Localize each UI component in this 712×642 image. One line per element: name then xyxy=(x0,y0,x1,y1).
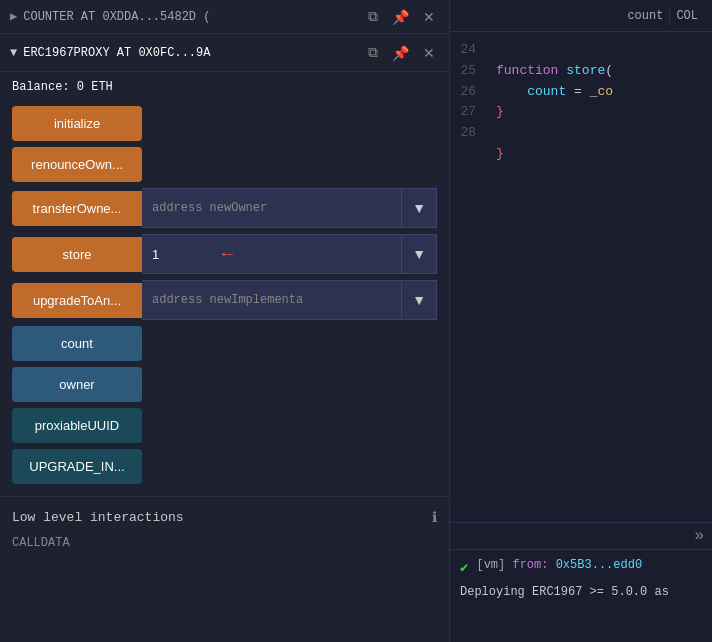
store-input-area: ← xyxy=(142,234,402,274)
log-row-2: Deploying ERC1967 >= 5.0.0 as xyxy=(460,583,702,602)
console-area: » ✔ [vm] from: 0x5B3...edd0 Deploying ER… xyxy=(450,522,712,642)
transfer-row: transferOwne... address newOwner ▼ xyxy=(12,188,437,228)
store-dropdown-button[interactable]: ▼ xyxy=(402,234,437,274)
editor-topbar: count COL xyxy=(450,0,712,32)
renounce-button[interactable]: renounceOwn... xyxy=(12,147,142,182)
log-row-1: ✔ [vm] from: 0x5B3...edd0 xyxy=(460,556,702,579)
line-numbers: 24 25 26 27 28 xyxy=(450,32,486,522)
balance-label: Balance: xyxy=(12,80,70,94)
upgrade-dropdown-button[interactable]: ▼ xyxy=(402,280,437,320)
proxiable-row: proxiableUUID xyxy=(12,408,437,443)
counter-contract-label: COUNTER AT 0XDDA...5482D ( xyxy=(23,10,358,24)
transfer-address-input[interactable]: address newOwner xyxy=(142,188,402,228)
store-arrow-icon: ← xyxy=(222,244,233,264)
transfer-address-placeholder: address newOwner xyxy=(152,201,267,215)
proxiable-button[interactable]: proxiableUUID xyxy=(12,408,142,443)
info-icon[interactable]: ℹ xyxy=(432,509,437,526)
store-row: store ← ▼ xyxy=(12,234,437,274)
code-area: 24 25 26 27 28 function store( count = _… xyxy=(450,32,712,522)
owner-button[interactable]: owner xyxy=(12,367,142,402)
success-icon: ✔ xyxy=(460,557,468,579)
low-level-title: Low level interactions xyxy=(12,510,184,525)
console-log: ✔ [vm] from: 0x5B3...edd0 Deploying ERC1… xyxy=(450,550,712,642)
counter-copy-button[interactable]: ⧉ xyxy=(364,6,382,27)
proxy-close-button[interactable]: ✕ xyxy=(419,43,439,63)
upgrade-in-row: UPGRADE_IN... xyxy=(12,449,437,484)
upgrade-address-input[interactable]: address newImplementa xyxy=(142,280,402,320)
proxy-pin-button[interactable]: 📌 xyxy=(388,43,413,63)
line-num-26: 26 xyxy=(456,82,476,103)
code-content[interactable]: function store( count = _co } } xyxy=(486,32,712,522)
from-label: from: xyxy=(512,558,548,572)
line-num-27: 27 xyxy=(456,102,476,123)
low-level-header: Low level interactions ℹ xyxy=(0,496,449,532)
upgrade-row: upgradeToAn... address newImplementa ▼ xyxy=(12,280,437,320)
count-row: count xyxy=(12,326,437,361)
vm-label: [vm] xyxy=(476,558,505,572)
proxy-copy-button[interactable]: ⧉ xyxy=(364,42,382,63)
deploy-text: Deploying ERC1967 >= 5.0.0 as xyxy=(460,583,669,602)
right-panel: count COL 24 25 26 27 28 function store(… xyxy=(450,0,712,642)
counter-chevron-icon: ▶ xyxy=(10,9,17,24)
buttons-section: initialize renounceOwn... transferOwne..… xyxy=(0,102,449,488)
balance-row: Balance: 0 ETH xyxy=(0,72,449,102)
calldata-label: CALLDATA xyxy=(0,532,449,554)
line-num-28: 28 xyxy=(456,123,476,144)
transfer-button[interactable]: transferOwne... xyxy=(12,191,142,226)
counter-contract-bar: ▶ COUNTER AT 0XDDA...5482D ( ⧉ 📌 ✕ xyxy=(0,0,449,34)
upgrade-in-button[interactable]: UPGRADE_IN... xyxy=(12,449,142,484)
initialize-button[interactable]: initialize xyxy=(12,106,142,141)
upgrade-button[interactable]: upgradeToAn... xyxy=(12,283,142,318)
line-num-25: 25 xyxy=(456,61,476,82)
proxy-chevron-icon: ▼ xyxy=(10,46,17,60)
counter-close-button[interactable]: ✕ xyxy=(419,7,439,27)
proxy-contract-bar: ▼ ERC1967PROXY AT 0X0FC...9A ⧉ 📌 ✕ xyxy=(0,34,449,72)
col-topbar-item: COL xyxy=(670,7,704,25)
left-panel: ▶ COUNTER AT 0XDDA...5482D ( ⧉ 📌 ✕ ▼ ERC… xyxy=(0,0,450,642)
proxy-contract-label: ERC1967PROXY AT 0X0FC...9A xyxy=(23,46,358,60)
line-num-24: 24 xyxy=(456,40,476,61)
store-input[interactable] xyxy=(152,247,212,262)
from-value: 0x5B3...edd0 xyxy=(556,558,642,572)
count-topbar-item: count xyxy=(621,7,670,25)
transfer-dropdown-button[interactable]: ▼ xyxy=(402,188,437,228)
upgrade-address-placeholder: address newImplementa xyxy=(152,293,303,307)
console-chevrons-icon[interactable]: » xyxy=(694,527,704,545)
counter-pin-button[interactable]: 📌 xyxy=(388,7,413,27)
count-button[interactable]: count xyxy=(12,326,142,361)
console-controls: » xyxy=(450,523,712,550)
balance-value: 0 ETH xyxy=(77,80,113,94)
renounce-row: renounceOwn... xyxy=(12,147,437,182)
log-text-1: [vm] from: 0x5B3...edd0 xyxy=(476,556,642,575)
store-button[interactable]: store xyxy=(12,237,142,272)
owner-row: owner xyxy=(12,367,437,402)
initialize-row: initialize xyxy=(12,106,437,141)
